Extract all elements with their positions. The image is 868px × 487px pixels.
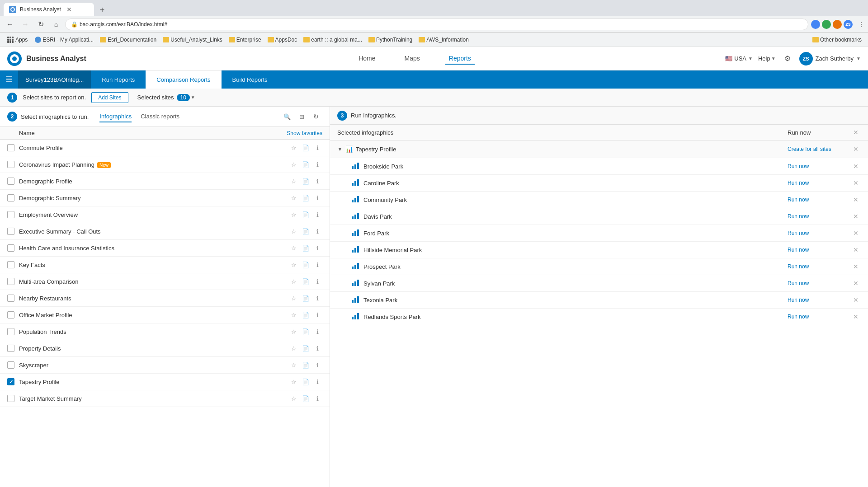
info-button[interactable]: ℹ bbox=[312, 243, 322, 253]
group-close-button[interactable]: ✕ bbox=[851, 144, 861, 154]
run-now-button[interactable]: Run now bbox=[788, 263, 851, 270]
site-close-button[interactable]: ✕ bbox=[851, 312, 861, 322]
run-now-button[interactable]: Run now bbox=[788, 180, 851, 186]
site-close-button[interactable]: ✕ bbox=[851, 262, 861, 272]
list-item-checkbox[interactable] bbox=[7, 361, 14, 369]
list-item-checkbox[interactable] bbox=[7, 345, 14, 352]
list-item-checkbox[interactable] bbox=[7, 328, 14, 335]
run-now-button[interactable]: Run now bbox=[788, 197, 851, 203]
document-button[interactable]: 📄 bbox=[301, 276, 311, 286]
run-now-button[interactable]: Run now bbox=[788, 297, 851, 303]
info-button[interactable]: ℹ bbox=[312, 176, 322, 186]
list-item-checkbox[interactable] bbox=[7, 278, 14, 285]
bookmark-aws[interactable]: AWS_Information bbox=[416, 36, 472, 44]
chevron-sites[interactable]: ▼ bbox=[191, 95, 195, 100]
apps-button[interactable]: Apps bbox=[4, 36, 31, 44]
document-button[interactable]: 📄 bbox=[301, 360, 311, 370]
region-selector[interactable]: 🇺🇸 USA ▼ bbox=[725, 55, 753, 62]
bookmark-appsdoc[interactable]: AppsDoc bbox=[265, 36, 300, 44]
add-sites-button[interactable]: Add Sites bbox=[91, 92, 128, 103]
site-close-button[interactable]: ✕ bbox=[851, 211, 861, 221]
list-item-checkbox[interactable] bbox=[7, 211, 14, 218]
other-bookmarks[interactable]: Other bookmarks bbox=[810, 36, 864, 44]
info-button[interactable]: ℹ bbox=[312, 226, 322, 236]
infographics-tab[interactable]: Infographics bbox=[99, 111, 132, 122]
info-button[interactable]: ℹ bbox=[312, 327, 322, 337]
site-close-button[interactable]: ✕ bbox=[851, 278, 861, 288]
info-button[interactable]: ℹ bbox=[312, 293, 322, 303]
run-now-button[interactable]: Run now bbox=[788, 213, 851, 220]
favorite-button[interactable]: ☆ bbox=[289, 193, 299, 203]
refresh-button[interactable]: ↻ bbox=[34, 18, 47, 31]
document-button[interactable]: 📄 bbox=[301, 377, 311, 387]
info-button[interactable]: ℹ bbox=[312, 210, 322, 220]
tab-run-reports[interactable]: Run Reports bbox=[91, 70, 146, 89]
info-button[interactable]: ℹ bbox=[312, 360, 322, 370]
show-favorites-link[interactable]: Show favorites bbox=[287, 130, 322, 136]
favorite-button[interactable]: ☆ bbox=[289, 210, 299, 220]
site-close-button[interactable]: ✕ bbox=[851, 295, 861, 305]
favorite-button[interactable]: ☆ bbox=[289, 293, 299, 303]
site-close-button[interactable]: ✕ bbox=[851, 228, 861, 238]
site-close-button[interactable]: ✕ bbox=[851, 178, 861, 188]
run-now-button[interactable]: Run now bbox=[788, 247, 851, 253]
run-now-button[interactable]: Run now bbox=[788, 163, 851, 169]
nav-maps[interactable]: Maps bbox=[401, 53, 424, 65]
document-button[interactable]: 📄 bbox=[301, 293, 311, 303]
info-button[interactable]: ℹ bbox=[312, 276, 322, 286]
favorite-button[interactable]: ☆ bbox=[289, 310, 299, 320]
help-button[interactable]: Help ▼ bbox=[758, 55, 776, 62]
favorite-button[interactable]: ☆ bbox=[289, 393, 299, 403]
info-button[interactable]: ℹ bbox=[312, 193, 322, 203]
list-item-checkbox[interactable] bbox=[7, 161, 14, 168]
info-button[interactable]: ℹ bbox=[312, 377, 322, 387]
tab-comparison-reports[interactable]: Comparison Reports bbox=[146, 70, 221, 89]
list-item-checkbox[interactable] bbox=[7, 144, 14, 151]
info-button[interactable]: ℹ bbox=[312, 159, 322, 169]
new-tab-button[interactable]: + bbox=[96, 4, 108, 16]
info-button[interactable]: ℹ bbox=[312, 310, 322, 320]
document-button[interactable]: 📄 bbox=[301, 243, 311, 253]
document-button[interactable]: 📄 bbox=[301, 327, 311, 337]
tab-close-icon[interactable]: ✕ bbox=[66, 6, 72, 13]
document-button[interactable]: 📄 bbox=[301, 176, 311, 186]
favorite-button[interactable]: ☆ bbox=[289, 176, 299, 186]
tab-build-reports[interactable]: Build Reports bbox=[222, 70, 278, 89]
favorite-button[interactable]: ☆ bbox=[289, 360, 299, 370]
favorite-button[interactable]: ☆ bbox=[289, 276, 299, 286]
bookmark-enterprise[interactable]: Enterprise bbox=[226, 36, 264, 44]
favorite-button[interactable]: ☆ bbox=[289, 327, 299, 337]
list-item-checkbox[interactable]: ✓ bbox=[7, 378, 14, 385]
active-tab[interactable]: Business Analyst ✕ bbox=[4, 3, 94, 16]
favorite-button[interactable]: ☆ bbox=[289, 226, 299, 236]
close-all-button[interactable]: ✕ bbox=[851, 127, 861, 137]
home-button[interactable]: ⌂ bbox=[50, 18, 62, 31]
document-button[interactable]: 📄 bbox=[301, 143, 311, 153]
bookmark-esri-doc[interactable]: Esri_Documentation bbox=[97, 36, 159, 44]
nav-home[interactable]: Home bbox=[355, 53, 379, 65]
create-all-sites-button[interactable]: Create for all sites bbox=[788, 146, 851, 152]
bookmark-esri[interactable]: ESRI - My Applicati... bbox=[32, 36, 96, 44]
classic-reports-tab[interactable]: Classic reports bbox=[141, 111, 179, 122]
list-item-checkbox[interactable] bbox=[7, 244, 14, 252]
document-button[interactable]: 📄 bbox=[301, 393, 311, 403]
refresh-list-button[interactable]: ↻ bbox=[310, 110, 322, 123]
list-item-checkbox[interactable] bbox=[7, 295, 14, 302]
group-toggle-icon[interactable]: ▼ bbox=[337, 146, 343, 152]
favorite-button[interactable]: ☆ bbox=[289, 377, 299, 387]
filter-button[interactable]: ⊟ bbox=[295, 110, 308, 123]
bookmark-python[interactable]: PythonTraining bbox=[366, 36, 415, 44]
document-button[interactable]: 📄 bbox=[301, 343, 311, 353]
document-button[interactable]: 📄 bbox=[301, 226, 311, 236]
search-button[interactable]: 🔍 bbox=[281, 110, 293, 123]
list-item-checkbox[interactable] bbox=[7, 261, 14, 268]
back-button[interactable]: ← bbox=[4, 18, 16, 31]
url-bar[interactable]: 🔒 bao.arcgis.com/esriBAO/index.html# bbox=[65, 19, 808, 30]
document-button[interactable]: 📄 bbox=[301, 193, 311, 203]
info-button[interactable]: ℹ bbox=[312, 343, 322, 353]
sub-nav-menu-button[interactable]: ☰ bbox=[0, 70, 18, 89]
run-now-button[interactable]: Run now bbox=[788, 280, 851, 286]
document-button[interactable]: 📄 bbox=[301, 159, 311, 169]
favorite-button[interactable]: ☆ bbox=[289, 243, 299, 253]
document-button[interactable]: 📄 bbox=[301, 210, 311, 220]
